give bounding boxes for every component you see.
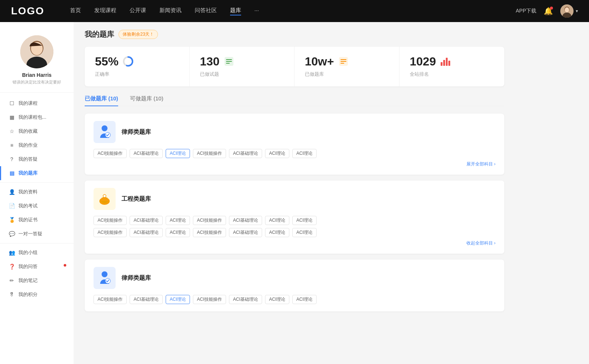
- tag[interactable]: ACI理论: [166, 149, 190, 158]
- user-avatar-menu[interactable]: ▾: [560, 4, 578, 18]
- sidebar-item-label: 我的问答: [18, 263, 38, 270]
- tag[interactable]: ACI技能操作: [193, 216, 226, 225]
- svg-rect-11: [226, 59, 232, 60]
- sidebar-item-label: 我的资料: [18, 189, 38, 195]
- tag[interactable]: ACI技能操作: [94, 149, 127, 158]
- sidebar-item-qbank[interactable]: ▤ 我的题库: [0, 166, 74, 180]
- tab-done[interactable]: 已做题库 (10): [85, 95, 118, 106]
- tag[interactable]: ACI理论: [166, 295, 190, 304]
- stat-value: 10w+: [305, 56, 334, 67]
- tag[interactable]: ACI技能操作: [193, 149, 226, 158]
- sidebar-item-favorites[interactable]: ☆ 我的收藏: [0, 124, 74, 138]
- questions-icon: ?: [9, 156, 15, 162]
- qbank-tags-row1: ACI技能操作 ACI基础理论 ACI理论 ACI技能操作 ACI基础理论 AC…: [94, 216, 495, 225]
- tag[interactable]: ACI基础理论: [229, 149, 262, 158]
- qbank-tags-row2: ACI技能操作 ACI基础理论 ACI理论 ACI技能操作 ACI基础理论 AC…: [94, 228, 495, 237]
- tag[interactable]: ACI基础理论: [130, 216, 163, 225]
- sidebar-item-label: 我的积分: [18, 291, 38, 298]
- sidebar-item-homework[interactable]: ≡ 我的作业: [0, 138, 74, 152]
- nav-item-qbank[interactable]: 题库: [230, 7, 241, 15]
- sidebar-item-exam[interactable]: 📄 我的考试: [0, 199, 74, 213]
- tag[interactable]: ACI理论: [292, 228, 317, 237]
- page-title: 我的题库: [85, 29, 114, 39]
- tag[interactable]: ACI理论: [265, 228, 289, 237]
- tag[interactable]: ACI基础理论: [130, 149, 163, 158]
- sidebar-item-notes[interactable]: ✏ 我的笔记: [0, 274, 74, 288]
- tag[interactable]: ACI技能操作: [94, 228, 127, 237]
- stat-label: 已做试题: [200, 71, 284, 78]
- qbank-tags: ACI技能操作 ACI基础理论 ACI理论 ACI技能操作 ACI基础理论 AC…: [94, 295, 495, 304]
- sidebar-item-label: 我的笔记: [18, 277, 38, 284]
- sidebar-divider: [0, 182, 74, 183]
- bar2: [443, 60, 445, 66]
- bar-red-icon: [440, 56, 451, 67]
- nav-item-qa[interactable]: 问答社区: [195, 7, 217, 15]
- tag[interactable]: ACI理论: [166, 216, 190, 225]
- tag[interactable]: ACI基础理论: [229, 216, 262, 225]
- sidebar-item-questions[interactable]: ? 我的答疑: [0, 152, 74, 166]
- trial-badge: 体验剩余23天！: [119, 30, 158, 39]
- notification-bell[interactable]: 🔔: [544, 7, 553, 15]
- tab-available[interactable]: 可做题库 (10): [130, 95, 163, 106]
- sidebar-item-profile[interactable]: 👤 我的资料: [0, 185, 74, 199]
- sidebar-item-oneone[interactable]: 💬 一对一答疑: [0, 227, 74, 241]
- sidebar-item-group[interactable]: 👥 我的小组: [0, 246, 74, 260]
- avatar: [560, 4, 574, 18]
- tag[interactable]: ACI技能操作: [94, 216, 127, 225]
- tag[interactable]: ACI技能操作: [94, 295, 127, 304]
- nav-item-home[interactable]: 首页: [70, 7, 81, 15]
- tag[interactable]: ACI理论: [166, 228, 190, 237]
- expand-link[interactable]: 展开全部科目 ›: [94, 161, 495, 167]
- nav-item-more[interactable]: ···: [254, 7, 259, 15]
- nav-item-news[interactable]: 新闻资讯: [159, 7, 181, 15]
- qbank-list: 律师类题库 ACI技能操作 ACI基础理论 ACI理论 ACI技能操作 ACI基…: [85, 114, 504, 311]
- svg-point-23: [103, 195, 106, 197]
- main-layout: Brian Harris 错误的决定比没有决定要好 ☐ 我的课程 ▦ 我的课程包…: [0, 22, 589, 364]
- bar-chart-visual: [441, 57, 450, 66]
- nav-item-discover[interactable]: 发现课程: [94, 7, 116, 15]
- notification-badge: [550, 7, 553, 10]
- sidebar-item-label: 我的作业: [18, 142, 38, 149]
- sidebar-item-label: 我的课程: [18, 100, 38, 107]
- sidebar-item-points[interactable]: 🎖 我的积分: [0, 288, 74, 301]
- sidebar-item-label: 我的小组: [18, 249, 38, 256]
- tag[interactable]: ACI理论: [292, 149, 317, 158]
- profile-name: Brian Harris: [22, 72, 52, 78]
- bar4: [448, 61, 450, 66]
- tabs-row: 已做题库 (10) 可做题库 (10): [85, 95, 504, 106]
- app-download-button[interactable]: APP下载: [516, 8, 536, 14]
- tag[interactable]: ACI理论: [265, 295, 289, 304]
- group-icon: 👥: [9, 250, 15, 256]
- notes-icon: ✏: [9, 278, 15, 283]
- favorites-icon: ☆: [9, 128, 15, 134]
- sidebar-item-myqa[interactable]: ❓ 我的问答: [0, 260, 74, 274]
- svg-point-3: [565, 7, 569, 13]
- bar3: [446, 58, 448, 66]
- stat-label: 正确率: [95, 71, 179, 78]
- sidebar-item-certificate[interactable]: 🏅 我的证书: [0, 213, 74, 227]
- qbank-icon: ▤: [9, 170, 15, 176]
- sidebar-profile: Brian Harris 错误的决定比没有决定要好: [0, 29, 74, 93]
- tag[interactable]: ACI基础理论: [130, 228, 163, 237]
- tag[interactable]: ACI理论: [265, 216, 289, 225]
- nav-right: APP下载 🔔 ▾: [516, 4, 578, 18]
- collapse-link[interactable]: 收起全部科目 ›: [94, 240, 495, 246]
- profile-motto: 错误的决定比没有决定要好: [9, 79, 65, 85]
- sidebar-item-mycourse[interactable]: ☐ 我的课程: [0, 96, 74, 110]
- svg-rect-12: [226, 61, 232, 62]
- svg-rect-13: [226, 63, 230, 64]
- tag[interactable]: ACI技能操作: [193, 295, 226, 304]
- chevron-down-icon: ▾: [576, 8, 578, 14]
- tag[interactable]: ACI基础理论: [229, 295, 262, 304]
- tag[interactable]: ACI理论: [292, 216, 317, 225]
- tag[interactable]: ACI基础理论: [229, 228, 262, 237]
- qbank-title: 律师类题库: [121, 128, 151, 136]
- tag[interactable]: ACI技能操作: [193, 228, 226, 237]
- tag[interactable]: ACI理论: [292, 295, 317, 304]
- sidebar-item-coursepackage[interactable]: ▦ 我的课程包...: [0, 110, 74, 124]
- tag[interactable]: ACI理论: [265, 149, 289, 158]
- nav-item-opencourse[interactable]: 公开课: [130, 7, 146, 15]
- logo[interactable]: LOGO: [11, 5, 48, 17]
- tag[interactable]: ACI基础理论: [130, 295, 163, 304]
- my-course-icon: ☐: [9, 100, 15, 106]
